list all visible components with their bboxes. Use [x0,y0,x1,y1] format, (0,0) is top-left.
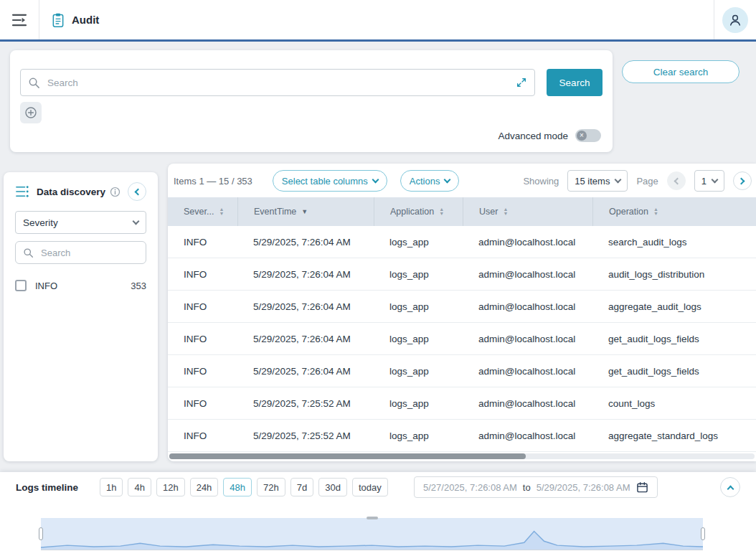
timeline-chart[interactable] [41,518,703,550]
advanced-mode-toggle[interactable]: × [575,129,601,142]
items-summary: Items 1 — 15 / 353 [174,176,252,187]
search-icon [23,248,34,258]
table-cell: 5/29/2025, 7:25:52 AM [237,430,374,441]
table-cell: 5/29/2025, 7:26:04 AM [237,334,374,344]
column-header-operation[interactable]: Operation ▲▼ [592,197,756,226]
table-row[interactable]: INFO5/29/2025, 7:26:04 AMlogs_appadmin@l… [168,323,756,355]
range-button-30d[interactable]: 30d [318,478,347,496]
add-filter-button[interactable] [20,102,42,123]
table-cell: INFO [168,269,237,280]
page-number-select[interactable]: 1 [694,170,724,192]
table-cell: INFO [168,301,237,312]
table-cell: logs_app [374,398,463,409]
next-page-button[interactable] [733,171,752,190]
column-label: EventTime [254,207,296,217]
search-input-wrapper[interactable] [20,69,535,96]
range-button-72h[interactable]: 72h [257,478,285,496]
table-header: Sever... ▲▼ EventTime ▼ Application ▲▼ U… [168,197,756,226]
scrollbar-thumb[interactable] [169,453,526,459]
brush-right-handle[interactable] [701,527,705,540]
calendar-icon[interactable] [636,481,648,494]
table-cell: admin@localhost.local [463,398,592,409]
table-row[interactable]: INFO5/29/2025, 7:25:52 AMlogs_appadmin@l… [168,420,756,452]
range-button-48h[interactable]: 48h [223,478,252,496]
search-input[interactable] [46,77,510,89]
expand-icon [516,77,527,88]
table-cell: INFO [168,366,237,377]
select-columns-button[interactable]: Select table columns [273,170,387,192]
timeline-title: Logs timeline [16,482,78,493]
range-button-24h[interactable]: 24h [190,478,219,496]
sort-icon: ▲▼ [653,207,658,216]
column-header-user[interactable]: User ▲▼ [463,197,592,226]
range-button-today[interactable]: today [352,478,388,496]
date-to: 5/29/2025, 7:26:08 AM [537,482,630,493]
chevron-left-icon [674,177,681,184]
range-button-7d[interactable]: 7d [290,478,313,496]
facet-search-wrapper[interactable] [15,241,146,264]
menu-icon [11,14,27,27]
table-cell: admin@localhost.local [463,366,592,377]
header-divider [714,0,714,39]
column-label: Operation [609,207,648,217]
column-header-severity[interactable]: Sever... ▲▼ [168,197,237,226]
audit-icon [51,12,65,28]
sort-icon: ▲▼ [503,207,508,216]
sidebar-toggle-button[interactable] [6,6,33,34]
table-cell: get_audit_logs_fields [592,366,756,377]
field-selector[interactable]: Severity [15,211,146,234]
table-toolbar: Items 1 — 15 / 353 Select table columns … [168,169,756,192]
table-cell: 5/29/2025, 7:25:52 AM [237,398,374,409]
chevron-down-icon [712,176,719,184]
pagination-controls: Showing 15 items Page 1 [523,170,752,192]
table-row[interactable]: INFO5/29/2025, 7:26:04 AMlogs_appadmin@l… [168,226,756,258]
toggle-knob-icon: × [577,131,587,141]
column-header-application[interactable]: Application ▲▼ [374,197,463,226]
page-size-select[interactable]: 15 items [567,170,628,192]
previous-page-button[interactable] [667,171,686,190]
actions-button[interactable]: Actions [400,170,460,192]
page-size-value: 15 items [575,176,610,187]
table-cell: count_logs [592,398,756,409]
table-row[interactable]: INFO5/29/2025, 7:26:04 AMlogs_appadmin@l… [168,355,756,387]
field-selector-value: Severity [23,217,58,228]
column-label: User [479,207,498,217]
clear-search-button[interactable]: Clear search [622,60,740,83]
table-cell: 5/29/2025, 7:26:04 AM [237,366,374,377]
data-discovery-title: Data discovery [37,187,105,197]
collapse-timeline-button[interactable] [720,477,740,497]
page-title-group: Audit [51,12,99,28]
table-row[interactable]: INFO5/29/2025, 7:26:04 AMlogs_appadmin@l… [168,258,756,291]
info-icon[interactable] [110,187,121,197]
data-discovery-header: Data discovery [15,179,146,204]
table-cell: admin@localhost.local [463,430,592,441]
data-discovery-panel: Data discovery Severity INFO 353 [4,172,158,461]
expand-query-button[interactable] [516,77,527,88]
table-row[interactable]: INFO5/29/2025, 7:25:52 AMlogs_appadmin@l… [168,387,756,420]
table-row[interactable]: INFO5/29/2025, 7:26:04 AMlogs_appadmin@l… [168,291,756,323]
advanced-mode-row: Advanced mode × [498,129,601,142]
range-button-12h[interactable]: 12h [156,478,185,496]
range-button-1h[interactable]: 1h [100,478,123,496]
table-cell: logs_app [374,334,463,344]
table-cell: 5/29/2025, 7:26:04 AM [237,237,374,248]
table-cell: search_audit_logs [592,237,756,248]
date-range-picker[interactable]: 5/27/2025, 7:26:08 AM to 5/29/2025, 7:26… [414,476,658,498]
table-cell: logs_app [374,269,463,280]
column-header-eventtime[interactable]: EventTime ▼ [237,197,374,226]
horizontal-scrollbar[interactable] [169,453,755,459]
facet-checkbox[interactable] [15,280,27,291]
search-button[interactable]: Search [547,69,603,96]
collapse-sidebar-button[interactable] [128,182,146,201]
brush-left-handle[interactable] [39,527,43,540]
table-cell: aggregate_standard_logs [592,430,756,441]
header-divider [39,0,39,39]
table-cell: aggregate_audit_logs [592,301,756,312]
brush-top-handle[interactable] [367,517,378,519]
range-button-4h[interactable]: 4h [128,478,151,496]
facet-search-input[interactable] [39,247,138,259]
timeline-area-chart [41,518,703,550]
table-cell: logs_app [374,366,463,377]
user-menu-button[interactable] [722,7,748,33]
table-cell: logs_app [374,430,463,441]
